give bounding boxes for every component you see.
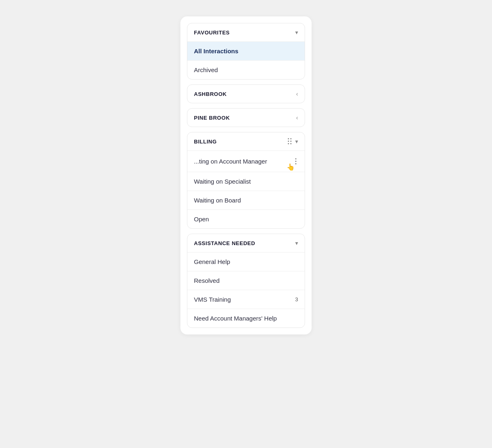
- group-pine-brook: PINE BROOK‹: [187, 108, 305, 127]
- list-item-resolved[interactable]: Resolved: [187, 271, 305, 290]
- group-header-assistance-needed[interactable]: ASSISTANCE NEEDED▾: [187, 234, 305, 252]
- item-label-waiting-account-manager: ...ting on Account Manager: [194, 158, 267, 165]
- list-item-vms-training[interactable]: VMS Training3: [187, 290, 305, 309]
- sidebar-panel: FAVOURITES▾All InteractionsArchivedASHBR…: [180, 16, 312, 334]
- list-item-waiting-board[interactable]: Waiting on Board: [187, 191, 305, 209]
- item-label-resolved: Resolved: [194, 277, 220, 284]
- group-header-ashbrook[interactable]: ASHBROOK‹: [187, 85, 305, 103]
- chevron-icon-ashbrook[interactable]: ‹: [296, 91, 298, 97]
- group-title-favourites: FAVOURITES: [194, 30, 230, 36]
- group-header-billing[interactable]: BILLING▾: [187, 132, 305, 150]
- group-header-favourites[interactable]: FAVOURITES▾: [187, 23, 305, 41]
- list-item-need-account-managers-help[interactable]: Need Account Managers' Help: [187, 309, 305, 327]
- group-billing: BILLING▾...ting on Account Manager👆Waiti…: [187, 132, 305, 229]
- chevron-icon-assistance-needed[interactable]: ▾: [295, 240, 298, 246]
- group-favourites: FAVOURITES▾All InteractionsArchived: [187, 23, 305, 80]
- group-title-assistance-needed: ASSISTANCE NEEDED: [194, 240, 255, 246]
- more-options-icon[interactable]: [294, 157, 298, 166]
- chevron-icon-favourites[interactable]: ▾: [295, 29, 298, 36]
- chevron-icon-billing[interactable]: ▾: [295, 138, 298, 145]
- list-item-waiting-specialist[interactable]: Waiting on Specialist: [187, 172, 305, 191]
- item-label-general-help: General Help: [194, 258, 230, 265]
- group-assistance-needed: ASSISTANCE NEEDED▾General HelpResolvedVM…: [187, 234, 305, 328]
- item-label-waiting-specialist: Waiting on Specialist: [194, 178, 251, 185]
- group-ashbrook: ASHBROOK‹: [187, 84, 305, 103]
- drag-dots-icon[interactable]: [288, 138, 292, 145]
- list-item-all-interactions[interactable]: All Interactions: [187, 41, 305, 60]
- item-label-archived: Archived: [194, 66, 218, 73]
- item-label-waiting-board: Waiting on Board: [194, 197, 241, 204]
- item-label-open: Open: [194, 216, 209, 223]
- list-item-general-help[interactable]: General Help: [187, 252, 305, 271]
- group-title-billing: BILLING: [194, 139, 217, 145]
- item-badge-vms-training: 3: [295, 296, 298, 302]
- item-label-vms-training: VMS Training: [194, 296, 231, 303]
- list-item-archived[interactable]: Archived: [187, 60, 305, 79]
- chevron-icon-pine-brook[interactable]: ‹: [296, 114, 298, 121]
- list-item-open[interactable]: Open: [187, 209, 305, 228]
- list-item-waiting-account-manager[interactable]: ...ting on Account Manager👆: [187, 150, 305, 172]
- group-header-pine-brook[interactable]: PINE BROOK‹: [187, 109, 305, 127]
- item-label-need-account-managers-help: Need Account Managers' Help: [194, 315, 277, 322]
- item-label-all-interactions: All Interactions: [194, 48, 238, 55]
- group-title-ashbrook: ASHBROOK: [194, 91, 227, 97]
- group-title-pine-brook: PINE BROOK: [194, 115, 230, 121]
